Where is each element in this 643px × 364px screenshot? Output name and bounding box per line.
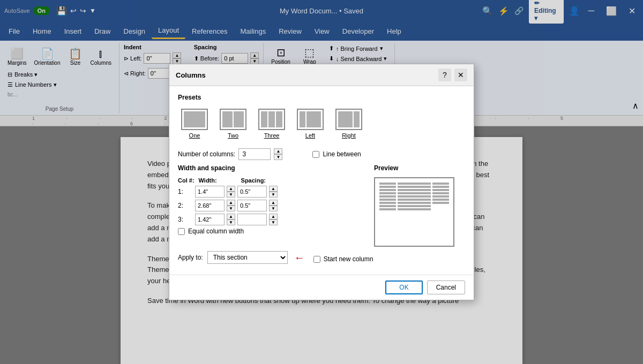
preview-line [432,202,449,204]
num-cols-input[interactable] [238,148,271,160]
preset-left-label: Left [305,132,315,139]
preview-line [379,192,396,194]
preview-line [398,186,431,188]
equal-col-width-checkbox[interactable] [178,228,185,235]
ws-row3-width[interactable] [195,214,225,225]
preset-one-box [181,109,208,130]
ws-row1-num: 1: [178,188,193,195]
ws-section: Width and spacing Col #: Width: Spacing:… [178,164,369,247]
ws-row-3: 3: ▲▼ ▲▼ [178,214,369,225]
equal-col-width-label: Equal column width [188,228,244,235]
preview-line [432,195,449,198]
preset-two-col1 [222,111,233,127]
columns-dialog: Columns ? ✕ Presets One [169,64,474,300]
ws-row2-width-up[interactable]: ▲ [227,200,235,206]
preset-two[interactable]: Two [216,107,250,141]
ws-col-num-header: Col #: [178,177,195,184]
line-between-label: Line between [323,150,361,158]
preview-line [379,183,396,185]
ws-row2-width-down[interactable]: ▼ [227,206,235,211]
ws-row1-spacing-up[interactable]: ▲ [269,186,278,192]
start-col-row: Start new column [313,255,373,263]
ws-row-2: 2: ▲▼ ▲▼ [178,200,369,211]
preview-section: Preview [374,164,465,247]
preview-line [398,205,431,207]
preview-line [398,195,431,198]
ws-row3-spacing[interactable] [237,214,267,225]
preview-label: Preview [374,164,465,172]
preview-line [398,189,431,191]
preview-line [432,186,449,188]
ws-row3-width-up[interactable]: ▲ [227,214,235,219]
ws-row1-spacing[interactable] [237,186,267,198]
ws-row1-width-down[interactable]: ▼ [227,192,235,198]
red-arrow-indicator: ← [294,252,305,264]
num-cols-row: Number of columns: ▲ ▼ Line between [178,148,465,160]
presets-label: Presets [178,94,465,101]
ws-row1-width[interactable] [195,186,225,198]
apply-to-row: Apply to: This section Whole document Th… [178,251,305,264]
ws-row-1: 1: ▲▼ ▲▼ [178,186,369,198]
preset-two-box [220,109,246,130]
preset-two-label: Two [228,132,238,139]
ws-row1-width-up[interactable]: ▲ [227,186,235,192]
equal-col-width-row: Equal column width [178,228,369,235]
preview-line [432,189,449,191]
preset-right-col2 [354,111,360,127]
num-cols-down[interactable]: ▼ [274,154,282,160]
preview-line [398,208,431,210]
preview-line [379,199,396,201]
preset-one-col [184,111,205,127]
preview-col-1 [379,183,396,241]
preset-left-col2 [306,111,321,127]
preset-right-label: Right [342,132,356,139]
preview-line [398,202,431,204]
ws-preview-area: Width and spacing Col #: Width: Spacing:… [178,164,465,247]
cancel-button[interactable]: Cancel [427,280,465,294]
ws-headers: Col #: Width: Spacing: [178,177,369,184]
preset-two-col2 [234,111,244,127]
dialog-titlebar-btns: ? ✕ [438,69,467,81]
num-cols-up[interactable]: ▲ [274,148,282,154]
ws-row2-spacing-down[interactable]: ▼ [269,206,278,211]
apply-to-select[interactable]: This section Whole document This point f… [207,251,288,264]
preset-right-box [335,109,362,130]
preview-line [432,183,449,185]
num-cols-label: Number of columns: [178,150,235,158]
ws-row3-spacing-down[interactable]: ▼ [269,219,278,225]
start-new-column-checkbox[interactable] [313,256,320,263]
dialog-footer: OK Cancel [169,275,474,300]
preset-three-col1 [261,111,267,127]
ws-row1-spacing-down[interactable]: ▼ [269,192,278,198]
preset-one-label: One [189,132,200,139]
ws-row2-spacing[interactable] [237,200,267,211]
presets-row: One Two Three [178,107,465,141]
ws-row2-width[interactable] [195,200,225,211]
preset-three[interactable]: Three [255,107,288,141]
dialog-help-button[interactable]: ? [438,69,451,81]
preset-three-col2 [268,111,275,127]
ws-row2-num: 2: [178,202,193,209]
preview-line [379,195,396,198]
preview-line [379,202,396,204]
ws-row3-width-down[interactable]: ▼ [227,219,235,225]
preset-left[interactable]: Left [294,107,327,141]
ws-row2-spacing-up[interactable]: ▲ [269,200,278,206]
preset-right-col1 [338,111,353,127]
preset-three-col3 [276,111,282,127]
preset-left-box [297,109,324,130]
preset-one[interactable]: One [178,107,211,141]
ok-button[interactable]: OK [385,280,422,294]
preset-three-box [258,109,285,130]
preview-line [398,192,431,194]
ws-row3-spacing-up[interactable]: ▲ [269,214,278,219]
bottom-row: Apply to: This section Whole document Th… [178,251,465,267]
preview-line [432,199,449,201]
preview-line [379,186,396,188]
ws-section-label: Width and spacing [178,164,369,172]
dialog-close-button[interactable]: ✕ [454,69,467,81]
preview-line [432,192,449,194]
line-between-checkbox[interactable] [312,151,319,158]
apply-to-label: Apply to: [178,254,203,261]
preset-right[interactable]: Right [332,107,365,141]
